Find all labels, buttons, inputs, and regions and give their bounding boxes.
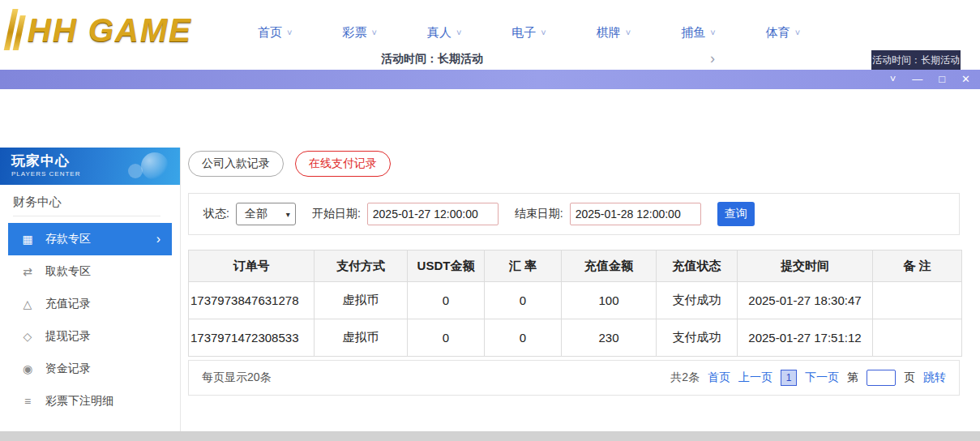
nav-label: 真人 — [427, 25, 451, 41]
withdraw-icon: ⇄ — [21, 265, 34, 278]
window-titlebar[interactable]: ˅ — □ ✕ — [0, 70, 980, 89]
sidebar-item-label: 资金记录 — [45, 362, 91, 376]
sidebar-item-lottery-bets[interactable]: ≡ 彩票下注明细 — [0, 385, 180, 417]
page-suffix-label: 页 — [904, 370, 915, 385]
cell-usdt-amount: 0 — [408, 319, 485, 357]
nav-item-home[interactable]: 首页 ˅ — [258, 25, 292, 41]
chevron-down-icon: ˅ — [541, 28, 546, 37]
cell-rate: 0 — [485, 282, 562, 319]
cell-order-no: 1737973847631278 — [189, 282, 315, 319]
cell-recharge-status: 支付成功 — [657, 319, 738, 357]
prev-page-link[interactable]: 上一页 — [738, 370, 772, 385]
chevron-down-icon[interactable]: ˅ — [890, 70, 897, 89]
lottery-bets-icon: ≡ — [21, 395, 34, 408]
current-page-indicator[interactable]: 1 — [781, 370, 797, 386]
window-content: 玩家中心 PLAYERS CENTER 财务中心 ▦ 存款专区 › ⇄ 取款专区… — [0, 89, 980, 431]
finance-center-label: 财务中心 — [13, 195, 151, 216]
table-header-row: 订单号 支付方式 USDT金额 汇 率 充值金额 充值状态 提交时间 备 注 — [189, 250, 962, 282]
tab-company-deposit-records[interactable]: 公司入款记录 — [188, 151, 284, 177]
cell-recharge-status: 支付成功 — [657, 282, 738, 319]
cell-recharge-amount: 230 — [562, 319, 657, 357]
col-header-recharge-amount: 充值金额 — [562, 250, 657, 282]
cell-pay-method: 虚拟币 — [315, 282, 408, 319]
cell-pay-method: 虚拟币 — [315, 319, 408, 357]
page-jump-input[interactable] — [867, 370, 896, 386]
background-page-fragments: 活动时间：长期活动 › 活动时间：长期活动 — [0, 50, 980, 70]
nav-item-lottery[interactable]: 彩票 ˅ — [342, 25, 376, 41]
status-select-value: 全部 — [245, 207, 267, 221]
col-header-pay-method: 支付方式 — [315, 250, 408, 282]
select-arrow-icon: ▾ — [286, 210, 290, 219]
nav-item-slots[interactable]: 电子 ˅ — [511, 25, 546, 41]
chevron-down-icon: ˅ — [456, 28, 461, 37]
sidebar: 玩家中心 PLAYERS CENTER 财务中心 ▦ 存款专区 › ⇄ 取款专区… — [0, 148, 181, 431]
logo-bars-icon — [3, 9, 27, 51]
end-date-input[interactable] — [570, 203, 701, 225]
col-header-usdt-amount: USDT金额 — [408, 250, 485, 282]
chevron-down-icon: ˅ — [287, 28, 292, 37]
pagination-bar: 每页显示20条 共2条 首页 上一页 1 下一页 第 页 跳转 — [188, 360, 960, 396]
deposit-icon: ▦ — [21, 233, 34, 246]
players-center-title: 玩家中心 — [11, 152, 180, 170]
chevron-down-icon: ˅ — [710, 28, 715, 37]
status-select[interactable]: 全部 ▾ — [236, 203, 296, 225]
sidebar-item-cashout-records[interactable]: ◇ 提现记录 — [0, 320, 180, 353]
cell-order-no: 1737971472308533 — [189, 319, 315, 357]
nav-item-live[interactable]: 真人 ˅ — [427, 25, 461, 41]
cashout-record-icon: ◇ — [21, 330, 34, 343]
close-icon[interactable]: ✕ — [961, 70, 970, 89]
end-date-label: 结束日期: — [515, 207, 563, 221]
carousel-arrow-icon: › — [710, 50, 715, 67]
nav-label: 捕鱼 — [681, 25, 705, 41]
start-date-label: 开始日期: — [312, 207, 361, 221]
table-row: 1737973847631278 虚拟币 0 0 100 支付成功 2025-0… — [189, 282, 962, 319]
sidebar-item-label: 充值记录 — [45, 297, 91, 311]
sidebar-item-withdraw[interactable]: ⇄ 取款专区 — [0, 255, 180, 288]
col-header-remark: 备 注 — [873, 250, 962, 282]
maximize-icon[interactable]: □ — [939, 70, 945, 89]
sidebar-item-label: 提现记录 — [45, 329, 91, 344]
sidebar-item-label: 彩票下注明细 — [45, 394, 113, 409]
background-fragment-banner: 活动时间：长期活动 — [871, 50, 961, 70]
nav-item-sports[interactable]: 体育 ˅ — [766, 25, 800, 41]
nav-label: 电子 — [511, 25, 536, 41]
sidebar-item-funds-records[interactable]: ◉ 资金记录 — [0, 353, 180, 385]
cell-usdt-amount: 0 — [408, 282, 485, 319]
cell-recharge-amount: 100 — [562, 282, 657, 319]
tab-online-payment-records[interactable]: 在线支付记录 — [295, 151, 391, 177]
jump-button[interactable]: 跳转 — [923, 370, 946, 385]
top-header: HH GAME 首页 ˅ 彩票 ˅ 真人 ˅ 电子 ˅ 棋牌 ˅ 捕鱼 ˅ 体育… — [0, 0, 980, 70]
chevron-down-icon: ˅ — [371, 28, 376, 37]
filter-bar: 状态: 全部 ▾ 开始日期: 结束日期: 查询 — [188, 193, 960, 235]
query-button[interactable]: 查询 — [717, 202, 755, 226]
nav-item-fishing[interactable]: 捕鱼 ˅ — [681, 25, 715, 41]
col-header-order-no: 订单号 — [189, 250, 315, 282]
start-date-input[interactable] — [367, 203, 499, 225]
record-tabs: 公司入款记录 在线支付记录 — [188, 151, 391, 177]
col-header-rate: 汇 率 — [485, 250, 562, 282]
sidebar-item-deposit[interactable]: ▦ 存款专区 › — [8, 223, 172, 255]
chevron-down-icon: ˅ — [626, 28, 631, 37]
cell-submit-time: 2025-01-27 18:30:47 — [738, 282, 873, 319]
nav-label: 体育 — [766, 25, 790, 41]
first-page-link[interactable]: 首页 — [708, 370, 730, 385]
minimize-icon[interactable]: — — [912, 70, 922, 89]
sidebar-item-recharge-records[interactable]: △ 充值记录 — [0, 288, 180, 320]
sidebar-item-label: 取款专区 — [45, 264, 91, 279]
brand-logo[interactable]: HH GAME — [8, 5, 192, 55]
chevron-right-icon: › — [156, 232, 160, 246]
col-header-recharge-status: 充值状态 — [657, 250, 738, 282]
background-fragment-text: 活动时间：长期活动 — [381, 52, 483, 66]
sidebar-menu: ▦ 存款专区 › ⇄ 取款专区 △ 充值记录 ◇ 提现记录 ◉ 资金记录 ≡ — [0, 223, 180, 417]
cell-remark — [873, 282, 962, 319]
page-prefix-label: 第 — [847, 370, 858, 385]
table-row: 1737971472308533 虚拟币 0 0 230 支付成功 2025-0… — [189, 319, 962, 357]
players-center-header: 玩家中心 PLAYERS CENTER — [0, 148, 180, 185]
nav-item-cards[interactable]: 棋牌 ˅ — [597, 25, 631, 41]
nav-label: 彩票 — [342, 25, 366, 41]
sidebar-item-label: 存款专区 — [45, 232, 91, 246]
per-page-label: 每页显示20条 — [202, 370, 272, 385]
logo-text: HH GAME — [28, 12, 192, 49]
next-page-link[interactable]: 下一页 — [805, 370, 839, 385]
payment-records-table: 订单号 支付方式 USDT金额 汇 率 充值金额 充值状态 提交时间 备 注 1… — [188, 250, 962, 357]
